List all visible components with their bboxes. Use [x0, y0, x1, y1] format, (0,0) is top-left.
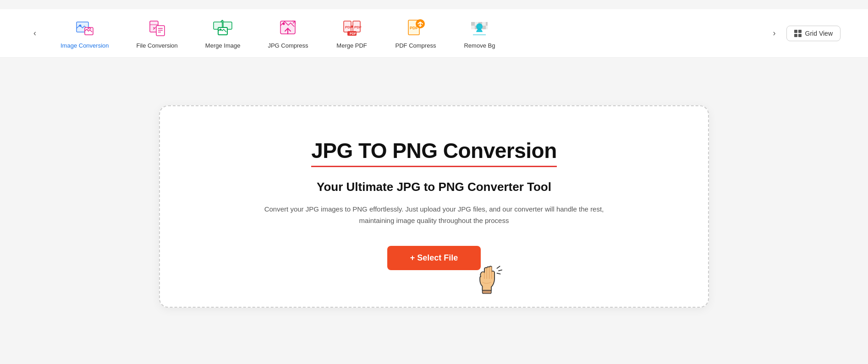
svg-text:PDF: PDF	[354, 25, 362, 29]
nav-item-merge-image[interactable]: Merge Image	[192, 14, 254, 53]
svg-rect-29	[482, 22, 486, 26]
next-arrow[interactable]: ›	[767, 26, 782, 41]
svg-line-38	[499, 270, 502, 271]
svg-rect-34	[482, 26, 486, 29]
nav-bar: ‹ Image Conversion	[0, 9, 868, 58]
nav-item-file-conversion[interactable]: File Conversion	[123, 14, 192, 53]
pdf-compress-icon: PDF	[405, 17, 427, 39]
main-content: JPG TO PNG Conversion Your Ultimate JPG …	[0, 58, 868, 355]
svg-text:PDF: PDF	[350, 32, 357, 35]
select-file-container: + Select File	[387, 246, 481, 270]
svg-rect-31	[471, 26, 475, 29]
nav-item-image-conversion[interactable]: Image Conversion	[47, 14, 123, 53]
grid-view-label: Grid View	[805, 30, 833, 37]
svg-point-12	[220, 29, 221, 31]
nav-item-pdf-compress[interactable]: PDF PDF Compress	[382, 14, 450, 53]
svg-rect-30	[486, 22, 488, 26]
nav-item-merge-pdf[interactable]: PDF PDF PDF Merge PDF	[322, 14, 382, 53]
image-conversion-label: Image Conversion	[60, 42, 109, 49]
subtitle: Your Ultimate JPG to PNG Converter Tool	[317, 180, 551, 194]
remove-bg-icon	[468, 17, 490, 39]
main-title: JPG TO PNG Conversion	[311, 138, 557, 167]
description: Convert your JPG images to PNG effortles…	[255, 203, 613, 227]
upload-card: JPG TO PNG Conversion Your Ultimate JPG …	[159, 105, 709, 308]
merge-image-label: Merge Image	[205, 42, 241, 49]
svg-rect-5	[156, 26, 165, 36]
grid-view-button[interactable]: Grid View	[786, 26, 841, 41]
remove-bg-label: Remove Bg	[464, 42, 495, 49]
svg-text:PDF: PDF	[345, 25, 352, 29]
svg-line-37	[497, 266, 500, 268]
jpg-compress-icon	[277, 17, 299, 39]
nav-items: Image Conversion File Conversion	[47, 14, 763, 53]
svg-rect-44	[483, 290, 492, 293]
select-file-button[interactable]: + Select File	[387, 246, 481, 270]
svg-rect-35	[486, 26, 488, 29]
select-file-label: + Select File	[410, 253, 458, 263]
nav-item-remove-bg[interactable]: Remove Bg	[450, 14, 509, 53]
jpg-compress-label: JPG Compress	[268, 42, 308, 49]
nav-item-jpg-compress[interactable]: JPG Compress	[254, 14, 322, 53]
grid-icon	[794, 30, 802, 37]
pdf-compress-label: PDF Compress	[396, 42, 436, 49]
image-conversion-icon	[74, 17, 96, 39]
prev-arrow[interactable]: ‹	[27, 26, 42, 41]
file-conversion-label: File Conversion	[137, 42, 178, 49]
svg-line-39	[497, 273, 500, 274]
merge-pdf-label: Merge PDF	[336, 42, 367, 49]
svg-rect-26	[471, 22, 475, 26]
svg-point-14	[283, 23, 285, 25]
merge-image-icon	[212, 17, 234, 39]
merge-pdf-icon: PDF PDF PDF	[341, 17, 363, 39]
svg-point-1	[79, 25, 81, 27]
file-conversion-icon	[146, 17, 168, 39]
